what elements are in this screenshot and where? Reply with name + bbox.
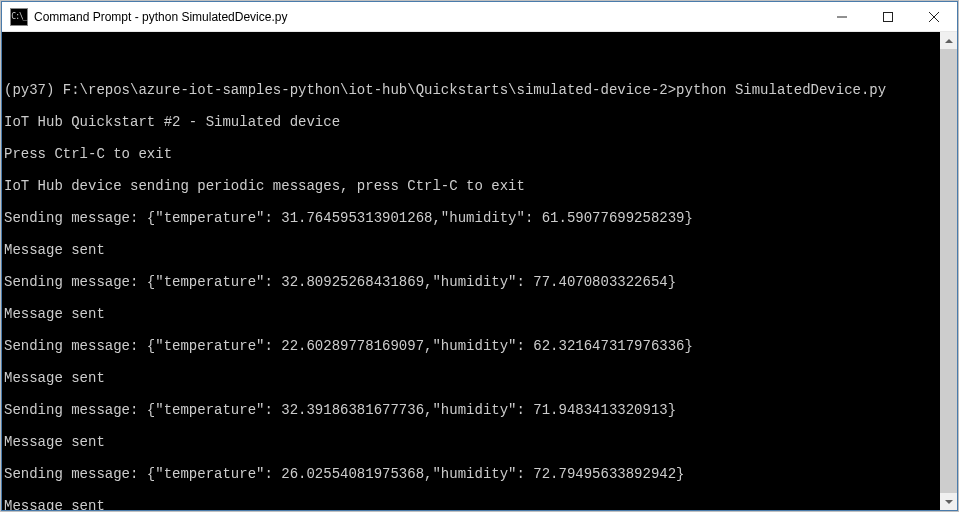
minimize-icon — [837, 12, 847, 22]
cmd-icon-text: C:\_ — [11, 13, 26, 21]
scrollbar-track[interactable] — [940, 49, 957, 493]
close-icon — [929, 12, 939, 22]
message-line: Sending message: {"temperature": 26.0255… — [4, 466, 938, 482]
message-line: Sending message: {"temperature": 22.6028… — [4, 338, 938, 354]
message-line: Sending message: {"temperature": 31.7645… — [4, 210, 938, 226]
chevron-up-icon — [945, 39, 953, 43]
console-output[interactable]: (py37) F:\repos\azure-iot-samples-python… — [2, 32, 940, 510]
ack-line: Message sent — [4, 370, 938, 386]
maximize-button[interactable] — [865, 2, 911, 31]
scroll-down-button[interactable] — [940, 493, 957, 510]
cmd-icon: C:\_ — [10, 8, 28, 26]
ack-line: Message sent — [4, 434, 938, 450]
svg-marker-4 — [945, 39, 953, 43]
header-line: Press Ctrl-C to exit — [4, 146, 938, 162]
minimize-button[interactable] — [819, 2, 865, 31]
svg-marker-5 — [945, 500, 953, 504]
status-line: IoT Hub device sending periodic messages… — [4, 178, 938, 194]
maximize-icon — [883, 12, 893, 22]
chevron-down-icon — [945, 500, 953, 504]
message-line: Sending message: {"temperature": 32.3918… — [4, 402, 938, 418]
prompt-line: (py37) F:\repos\azure-iot-samples-python… — [4, 82, 938, 98]
vertical-scrollbar[interactable] — [940, 32, 957, 510]
console-area: (py37) F:\repos\azure-iot-samples-python… — [2, 32, 957, 510]
header-line: IoT Hub Quickstart #2 - Simulated device — [4, 114, 938, 130]
titlebar[interactable]: C:\_ Command Prompt - python SimulatedDe… — [2, 2, 957, 32]
scrollbar-thumb[interactable] — [940, 49, 957, 493]
window-frame: C:\_ Command Prompt - python SimulatedDe… — [1, 1, 958, 511]
ack-line: Message sent — [4, 498, 938, 510]
window-controls — [819, 2, 957, 31]
ack-line: Message sent — [4, 306, 938, 322]
ack-line: Message sent — [4, 242, 938, 258]
svg-rect-1 — [884, 12, 893, 21]
message-line: Sending message: {"temperature": 32.8092… — [4, 274, 938, 290]
window-title: Command Prompt - python SimulatedDevice.… — [34, 10, 819, 24]
close-button[interactable] — [911, 2, 957, 31]
scroll-up-button[interactable] — [940, 32, 957, 49]
